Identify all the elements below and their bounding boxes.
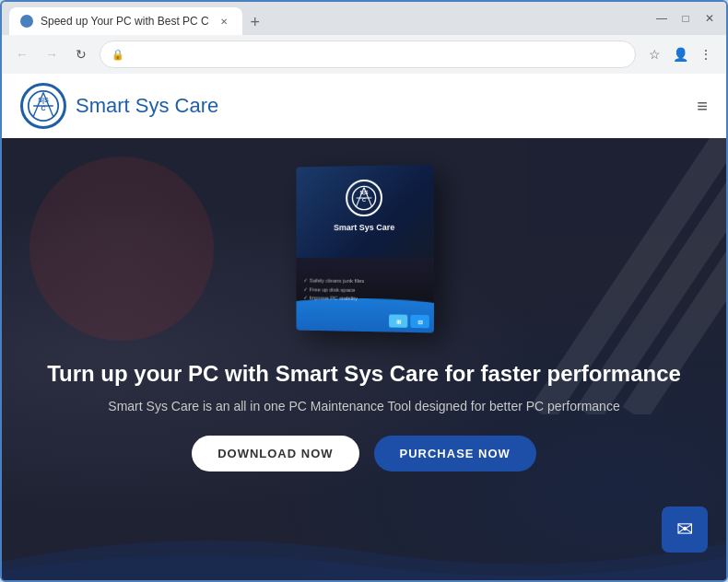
box-os-badges: ⊞ ⊟ [389,314,429,328]
back-button[interactable]: ← [11,43,33,65]
maximize-button[interactable]: □ [676,9,695,28]
windows-badge: ⊞ [389,314,407,327]
toolbar-icons: ☆ 👤 ⋮ [643,43,717,65]
product-box: S|S C Smart Sys Care ✓ Safely cleans jun… [296,165,433,333]
bookmark-icon[interactable]: ☆ [643,43,665,65]
address-bar: ← → ↻ 🔒 ☆ 👤 ⋮ [2,35,726,74]
logo-circle: S|S C [20,83,66,129]
site-name: Smart Sys Care [76,94,218,118]
site-header: S|S C Smart Sys Care ≡ [2,74,726,138]
hero-buttons: DOWNLOAD NOW PURCHASE NOW [192,436,536,471]
tab-favicon [20,15,33,28]
minimize-button[interactable]: — [652,9,671,28]
hero-subtext: Smart Sys Care is an all in one PC Maint… [47,399,681,413]
hero-text: Turn up your PC with Smart Sys Care for … [47,359,681,436]
tab-bar: Speed up Your PC with Best PC C ✕ + [9,2,649,35]
url-bar[interactable]: 🔒 [100,41,636,68]
bg-decoration-circle [29,157,214,341]
browser-window: Speed up Your PC with Best PC C ✕ + — □ … [0,0,728,582]
bottom-wave-svg [2,506,726,580]
active-tab[interactable]: Speed up Your PC with Best PC C ✕ [9,7,242,35]
hamburger-menu[interactable]: ≡ [697,96,708,117]
page-content: S|S C Smart Sys Care ≡ [2,74,726,580]
box-logo-circle: S|S C [346,180,382,216]
hero-section: S|S C Smart Sys Care ✓ Safely cleans jun… [2,138,726,580]
tab-title: Speed up Your PC with Best PC C [41,15,209,28]
profile-icon[interactable]: 👤 [669,43,691,65]
forward-button[interactable]: → [41,43,63,65]
box-logo-svg: S|S C [351,185,377,211]
download-now-button[interactable]: DOWNLOAD NOW [192,436,358,471]
logo-area: S|S C Smart Sys Care [20,83,218,129]
refresh-button[interactable]: ↻ [70,43,92,65]
close-button[interactable]: ✕ [700,9,719,28]
os-badge-2: ⊟ [410,315,429,329]
chat-icon-button[interactable] [662,506,708,553]
title-bar: Speed up Your PC with Best PC C ✕ + — □ … [2,2,726,35]
window-controls: — □ ✕ [652,9,719,28]
purchase-now-button[interactable]: PURCHASE NOW [374,436,536,471]
feature-1: ✓ Safely cleans junk files [303,277,364,286]
tab-close-button[interactable]: ✕ [217,14,231,29]
new-tab-button[interactable]: + [242,9,268,35]
logo-svg: S|S C [27,89,60,122]
box-logo-area: S|S C Smart Sys Care [296,179,433,233]
feature-3: ✓ Improve PC stability [303,295,364,304]
menu-icon[interactable]: ⋮ [695,43,717,65]
lock-icon: 🔒 [112,49,124,61]
product-box-container: S|S C Smart Sys Care ✓ Safely cleans jun… [295,166,433,332]
hero-headline: Turn up your PC with Smart Sys Care for … [47,359,681,388]
box-product-name: Smart Sys Care [334,223,394,232]
